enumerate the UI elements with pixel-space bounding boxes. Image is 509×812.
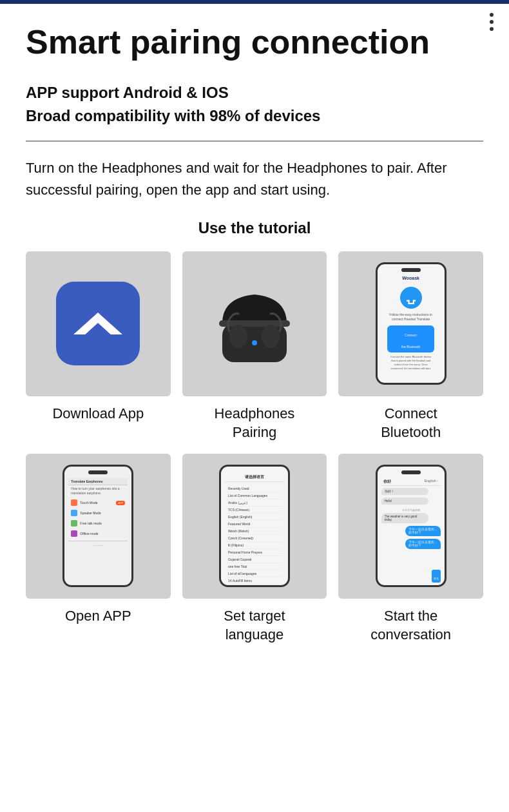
offline-icon: [71, 530, 77, 537]
set-language-label: Set targetlanguage: [224, 606, 285, 644]
chat-bubble-5: 下午一起出去逛街，好不好？: [405, 539, 441, 549]
phone-screen-chat: 你好 English ↑ 你好！ Hello! 今天天气真好吧 The weat…: [376, 465, 447, 587]
lang-item-3: Arabic (عربي): [226, 499, 283, 507]
lang-item-11: Gujarati Gujarati: [226, 556, 283, 563]
lang-item-5: English (English): [226, 514, 283, 521]
free-talk-text: Free talk mode: [80, 521, 101, 526]
download-app-label: Download App: [52, 404, 144, 423]
more-dot-2: [490, 20, 494, 24]
phone-screen-language: 请选择语言 Recently Used List of Common Langu…: [219, 465, 290, 587]
connect-bluetooth-label: ConnectBluetooth: [381, 404, 441, 442]
bluetooth-phone-visual: Wooask ⍽ Follow the easy instructions to…: [338, 251, 483, 396]
lang-item-13: List of all languages: [226, 570, 283, 577]
lang-item-2: List of Common Languages: [226, 492, 283, 499]
send-button: 发送: [432, 570, 441, 583]
bt-symbol: ⍽: [407, 291, 416, 305]
chat-container: 你好！ Hello! 今天天气真好吧 The weather is very g…: [381, 488, 441, 552]
lang-item-10: Personal Home Prayers: [226, 549, 283, 556]
open-app-label: Open APP: [65, 606, 131, 626]
download-app-image: [26, 251, 171, 396]
svg-point-2: [229, 325, 247, 348]
svg-point-3: [262, 325, 280, 348]
subtitle-line-2: Broad compatibility with 98% of devices: [26, 104, 483, 128]
grid-item-open-app: Translate Earphones How to turn your ear…: [26, 454, 171, 644]
open-app-row-4: Offline mode: [68, 529, 128, 538]
open-app-header: Translate Earphones: [68, 478, 128, 485]
connect-button: Connectthe Bluetooth: [387, 325, 435, 353]
lang-item-1: Recently Used: [226, 485, 283, 492]
section-divider: [26, 140, 483, 142]
chevron-icon: [73, 313, 122, 334]
open-app-image: Translate Earphones How to turn your ear…: [26, 454, 171, 599]
page-title: Smart pairing connection: [26, 23, 483, 62]
open-app-footer: ————: [93, 543, 103, 546]
connect-instruction: Follow the easy instructions toconnect H…: [389, 313, 432, 322]
chat-header: 你好 English ↑: [381, 478, 441, 486]
chat-bubble-3: The weather is very good today.: [381, 513, 429, 523]
lang-item-4: TCS (Chinese): [226, 507, 283, 514]
set-language-visual: 请选择语言 Recently Used List of Common Langu…: [182, 454, 327, 599]
phone-notch-open: [88, 470, 108, 474]
subtitle-line-1: APP support Android & IOS: [26, 81, 483, 104]
grid-item-headphones-pairing: HeadphonesPairing: [182, 251, 327, 442]
wooask-label: Wooask: [402, 276, 419, 280]
start-conversation-image: 你好 English ↑ 你好！ Hello! 今天天气真好吧 The weat…: [338, 454, 483, 599]
open-app-visual: Translate Earphones How to turn your ear…: [26, 454, 171, 599]
headphones-pairing-label: HeadphonesPairing: [215, 404, 295, 442]
more-menu-button[interactable]: [490, 13, 494, 31]
phone-screen-open-app: Translate Earphones How to turn your ear…: [62, 465, 133, 587]
chat-bubble-4: 下午一起出去逛街，好不好？: [405, 526, 441, 536]
set-language-image: 请选择语言 Recently Used List of Common Langu…: [182, 454, 327, 599]
open-app-row-1: Touch Mode APP: [68, 498, 128, 507]
app-icon: [56, 282, 140, 365]
lang-item-7: Welsh (Welsh): [226, 528, 283, 535]
open-app-row-2: Speaker Mode: [68, 508, 128, 517]
lang-item-14: 14 AutoFill Items: [226, 577, 283, 585]
open-app-desc: How to turn your earphones into a transl…: [68, 485, 128, 497]
grid-item-start-conversation: 你好 English ↑ 你好！ Hello! 今天天气真好吧 The weat…: [338, 454, 483, 644]
more-dot-1: [490, 13, 494, 17]
lang-item-8: Czech (Crowned): [226, 535, 283, 542]
connect-detail-text: Connect the same Bluetooth devicethat is…: [390, 355, 431, 371]
lang-item-15: Explain+Preview: [226, 585, 283, 587]
tutorial-section-title: Use the tutorial: [26, 219, 483, 237]
more-dot-3: [490, 27, 494, 31]
headphones-pairing-image: [182, 251, 327, 396]
description-text: Turn on the Headphones and wait for the …: [26, 157, 483, 201]
phone-notch-chat: [401, 470, 421, 474]
chat-bubble-1: 你好！: [381, 488, 429, 495]
phone-notch: [401, 268, 421, 272]
lang-item-12: one free Trial: [226, 563, 283, 570]
phone-screen-bluetooth: Wooask ⍽ Follow the easy instructions to…: [376, 262, 447, 385]
weather-label: 今天天气真好吧: [381, 508, 441, 512]
lang-header: 请选择语言: [225, 474, 284, 482]
chat-bubble-2: Hello!: [381, 498, 429, 505]
lang-item-6: Featured World: [226, 521, 283, 528]
open-app-row-3: Free talk mode: [68, 519, 128, 528]
svg-point-4: [252, 340, 257, 345]
headphones-visual: [182, 251, 327, 396]
subtitle-block: APP support Android & IOS Broad compatib…: [26, 81, 483, 128]
grid-item-connect-bluetooth: Wooask ⍽ Follow the easy instructions to…: [338, 251, 483, 442]
free-talk-icon: [71, 520, 77, 527]
main-content: Smart pairing connection APP support And…: [0, 4, 509, 670]
offline-text: Offline mode: [80, 532, 98, 536]
tutorial-grid: Download App: [26, 251, 483, 644]
connect-bluetooth-image: Wooask ⍽ Follow the easy instructions to…: [338, 251, 483, 396]
grid-item-set-language: 请选择语言 Recently Used List of Common Langu…: [182, 454, 327, 644]
grid-item-download-app: Download App: [26, 251, 171, 442]
speaker-icon: [71, 510, 77, 516]
language-list: Recently Used List of Common Languages A…: [225, 484, 284, 587]
headphones-svg: [203, 272, 306, 375]
svg-rect-1: [219, 320, 290, 327]
lang-item-9: fil (Filipino): [226, 542, 283, 549]
touch-mode-icon: [71, 499, 77, 506]
bluetooth-icon: ⍽: [400, 287, 422, 309]
conversation-visual: 你好 English ↑ 你好！ Hello! 今天天气真好吧 The weat…: [338, 454, 483, 599]
touch-mode-text: Touch Mode: [80, 501, 97, 505]
start-conversation-label: Start theconversation: [370, 606, 451, 644]
speaker-text: Speaker Mode: [80, 511, 101, 516]
open-app-badge: APP: [116, 501, 125, 505]
